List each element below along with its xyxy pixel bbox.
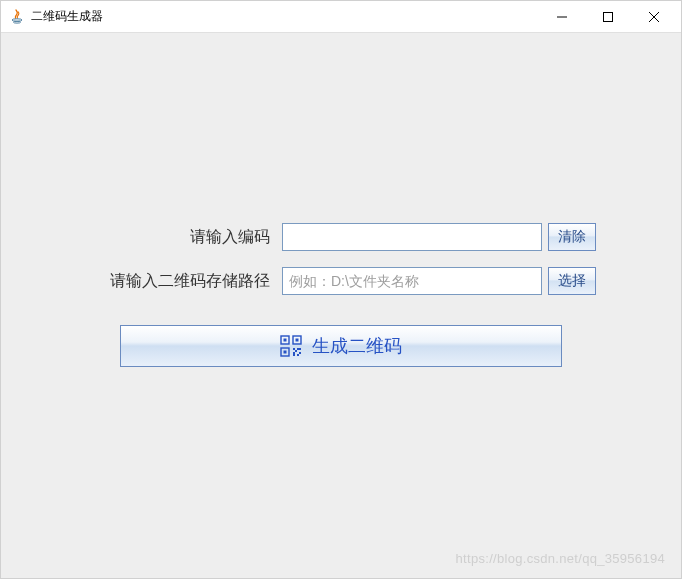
code-input[interactable] [282, 223, 542, 251]
generate-button-label: 生成二维码 [312, 334, 402, 358]
svg-rect-18 [293, 354, 295, 356]
app-window: 二维码生成器 请输入编码 清除 请输入二维码存储路径 选择 [0, 0, 682, 579]
path-input[interactable] [282, 267, 542, 295]
svg-rect-14 [295, 350, 297, 352]
titlebar: 二维码生成器 [1, 1, 681, 33]
generate-button[interactable]: 生成二维码 [120, 325, 562, 367]
clear-button[interactable]: 清除 [548, 223, 596, 251]
svg-rect-13 [297, 348, 299, 350]
svg-rect-19 [299, 348, 301, 350]
svg-rect-3 [604, 12, 613, 21]
minimize-button[interactable] [539, 2, 585, 32]
qrcode-icon [280, 335, 302, 357]
path-input-row: 请输入二维码存储路径 选择 [86, 267, 596, 295]
svg-rect-9 [296, 339, 299, 342]
code-input-label: 请输入编码 [86, 227, 276, 248]
window-title: 二维码生成器 [31, 8, 103, 25]
watermark: https://blog.csdn.net/qq_35956194 [456, 551, 665, 566]
svg-rect-12 [293, 348, 295, 350]
code-input-row: 请输入编码 清除 [86, 223, 596, 251]
maximize-button[interactable] [585, 2, 631, 32]
svg-rect-17 [297, 354, 299, 356]
svg-rect-15 [293, 352, 295, 354]
svg-point-1 [14, 21, 21, 23]
close-button[interactable] [631, 2, 677, 32]
content-panel: 请输入编码 清除 请输入二维码存储路径 选择 [1, 33, 681, 578]
java-icon [9, 9, 25, 25]
svg-rect-11 [284, 351, 287, 354]
path-input-label: 请输入二维码存储路径 [86, 271, 276, 292]
svg-rect-16 [299, 352, 301, 354]
browse-button[interactable]: 选择 [548, 267, 596, 295]
svg-rect-7 [284, 339, 287, 342]
